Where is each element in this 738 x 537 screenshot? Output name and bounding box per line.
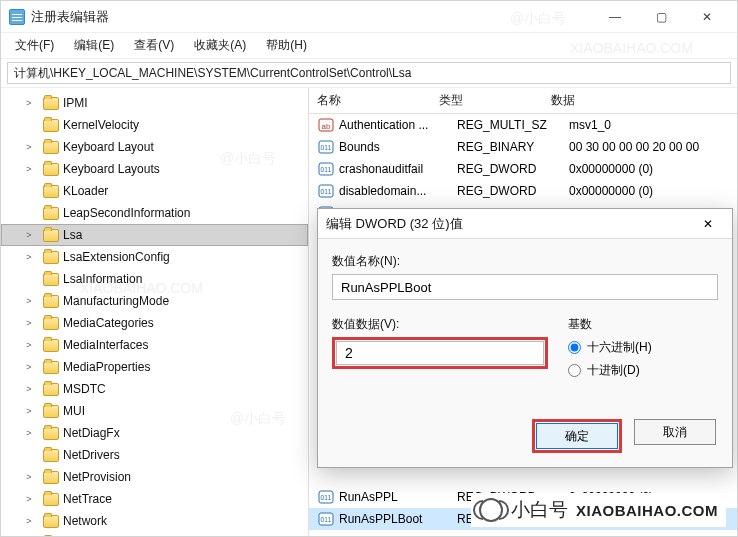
radio-hex-label: 十六进制(H) [587, 339, 652, 356]
chevron-icon[interactable]: > [23, 383, 35, 395]
value-row[interactable]: 011crashonauditfailREG_DWORD0x00000000 (… [309, 158, 737, 180]
radio-hex[interactable] [568, 341, 581, 354]
chevron-icon[interactable]: > [23, 163, 35, 175]
chevron-icon[interactable] [23, 273, 35, 285]
chevron-icon[interactable]: > [23, 295, 35, 307]
dialog-close-button[interactable]: ✕ [692, 212, 724, 236]
menu-favorites[interactable]: 收藏夹(A) [186, 34, 254, 57]
tree-item[interactable]: KLoader [1, 180, 308, 202]
titlebar: 注册表编辑器 — ▢ ✕ [1, 1, 737, 33]
col-name[interactable]: 名称 [309, 92, 439, 109]
close-button[interactable]: ✕ [685, 3, 729, 31]
tree-item[interactable]: >LsaExtensionConfig [1, 246, 308, 268]
app-icon [9, 9, 25, 25]
window-title: 注册表编辑器 [31, 8, 593, 26]
svg-text:011: 011 [321, 516, 332, 523]
value-data: 0x00000000 (0) [569, 184, 737, 198]
chevron-icon[interactable]: > [23, 339, 35, 351]
folder-icon [43, 515, 59, 528]
folder-icon [43, 295, 59, 308]
tree-item[interactable]: >NetProvision [1, 466, 308, 488]
tree-panel[interactable]: >IPMIKernelVelocity>Keyboard Layout>Keyb… [1, 88, 309, 536]
radio-dec-row[interactable]: 十进制(D) [568, 362, 718, 379]
menu-help[interactable]: 帮助(H) [258, 34, 315, 57]
chevron-icon[interactable]: > [23, 141, 35, 153]
folder-icon [43, 317, 59, 330]
chevron-icon[interactable] [23, 207, 35, 219]
col-type[interactable]: 类型 [439, 92, 551, 109]
chevron-icon[interactable]: > [23, 493, 35, 505]
value-name: RunAsPPL [339, 490, 457, 504]
tree-item-label: LsaInformation [63, 272, 142, 286]
folder-icon [43, 207, 59, 220]
chevron-icon[interactable] [23, 185, 35, 197]
folder-icon [43, 449, 59, 462]
tree-item[interactable]: >MUI [1, 400, 308, 422]
watermark-cn: 小白号 [511, 497, 568, 523]
chevron-icon[interactable] [23, 449, 35, 461]
value-row[interactable]: 011BoundsREG_BINARY00 30 00 00 00 20 00 … [309, 136, 737, 158]
tree-item[interactable]: >MediaInterfaces [1, 334, 308, 356]
tree-item[interactable]: NetDrivers [1, 444, 308, 466]
tree-item[interactable]: >MediaProperties [1, 356, 308, 378]
value-name-label: 数值名称(N): [332, 253, 718, 270]
signal-icon [479, 498, 503, 522]
tree-item[interactable]: >MediaCategories [1, 312, 308, 334]
col-data[interactable]: 数据 [551, 92, 737, 109]
chevron-icon[interactable]: > [23, 471, 35, 483]
binary-icon: 011 [317, 160, 335, 178]
value-row[interactable]: abAuthentication ...REG_MULTI_SZmsv1_0 [309, 114, 737, 136]
values-header: 名称 类型 数据 [309, 88, 737, 114]
tree-item[interactable]: >NetDiagFx [1, 422, 308, 444]
chevron-icon[interactable]: > [23, 361, 35, 373]
chevron-icon[interactable]: > [23, 251, 35, 263]
address-input[interactable] [7, 62, 731, 84]
value-type: REG_BINARY [457, 140, 569, 154]
maximize-button[interactable]: ▢ [639, 3, 683, 31]
tree-item-label: NetDrivers [63, 448, 120, 462]
base-label: 基数 [568, 316, 718, 333]
chevron-icon[interactable] [23, 119, 35, 131]
tree-item-label: NetProvision [63, 470, 131, 484]
tree-item[interactable]: >IPMI [1, 92, 308, 114]
tree-item[interactable]: >Keyboard Layout [1, 136, 308, 158]
tree-item-label: Keyboard Layout [63, 140, 154, 154]
tree-item-label: LeapSecondInformation [63, 206, 190, 220]
menu-edit[interactable]: 编辑(E) [66, 34, 122, 57]
tree-item-label: KLoader [63, 184, 108, 198]
cancel-button[interactable]: 取消 [634, 419, 716, 445]
tree-item[interactable]: LeapSecondInformation [1, 202, 308, 224]
value-name-input[interactable] [332, 274, 718, 300]
dialog-footer: 确定 取消 [318, 409, 732, 467]
radio-hex-row[interactable]: 十六进制(H) [568, 339, 718, 356]
chevron-icon[interactable]: > [23, 427, 35, 439]
tree-item-label: MediaCategories [63, 316, 154, 330]
svg-text:ab: ab [322, 122, 331, 131]
ok-button[interactable]: 确定 [536, 423, 618, 449]
tree-item[interactable]: >NetworkProvider [1, 532, 308, 536]
value-data-label: 数值数据(V): [332, 316, 548, 333]
tree-item[interactable]: >Lsa [1, 224, 308, 246]
chevron-icon[interactable]: > [23, 405, 35, 417]
tree-item[interactable]: >Keyboard Layouts [1, 158, 308, 180]
tree-item[interactable]: >Network [1, 510, 308, 532]
tree-item[interactable]: KernelVelocity [1, 114, 308, 136]
tree-item[interactable]: >MSDTC [1, 378, 308, 400]
tree-item[interactable]: >NetTrace [1, 488, 308, 510]
value-row[interactable]: 011disabledomain...REG_DWORD0x00000000 (… [309, 180, 737, 202]
tree-item[interactable]: >ManufacturingMode [1, 290, 308, 312]
menu-view[interactable]: 查看(V) [126, 34, 182, 57]
chevron-icon[interactable]: > [23, 97, 35, 109]
menu-file[interactable]: 文件(F) [7, 34, 62, 57]
minimize-button[interactable]: — [593, 3, 637, 31]
chevron-icon[interactable]: > [23, 229, 35, 241]
tree-item[interactable]: LsaInformation [1, 268, 308, 290]
value-name: disabledomain... [339, 184, 457, 198]
tree-item-label: MUI [63, 404, 85, 418]
ok-button-highlight: 确定 [532, 419, 622, 453]
chevron-icon[interactable]: > [23, 317, 35, 329]
chevron-icon[interactable]: > [23, 515, 35, 527]
value-data-input[interactable] [336, 341, 544, 365]
radio-dec[interactable] [568, 364, 581, 377]
value-data: 00 30 00 00 00 20 00 00 [569, 140, 737, 154]
